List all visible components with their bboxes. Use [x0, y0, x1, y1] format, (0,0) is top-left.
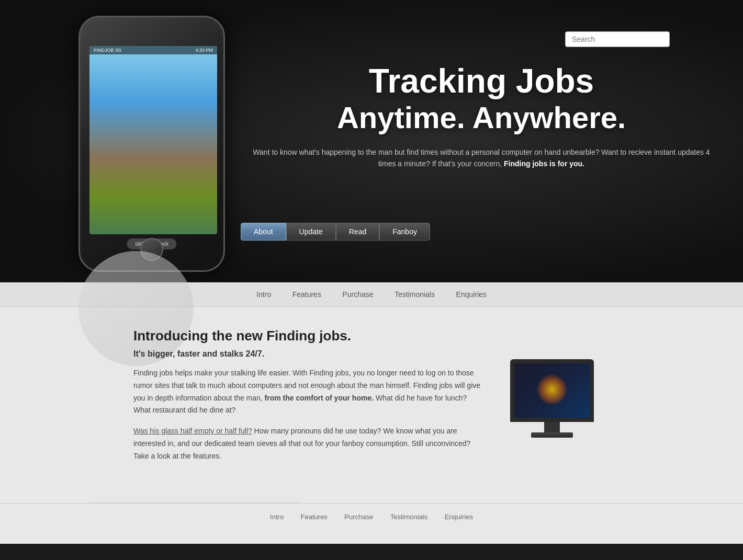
para1-bold: from the comfort of your home. — [265, 394, 374, 402]
nav-features[interactable]: Features — [292, 290, 321, 299]
tab-read[interactable]: Read — [336, 223, 379, 241]
intro-heading: Introducing the new Finding jobs. — [133, 328, 484, 344]
footer-features[interactable]: Features — [301, 513, 328, 521]
hero-subtitle: Want to know what's happening to the man… — [251, 146, 712, 170]
main-content: Intro Features Purchase Testimonials Enq… — [0, 282, 743, 544]
hero-tabs: About Update Read Fanboy — [241, 223, 430, 241]
hero-subtitle-text: Want to know what's happening to the man… — [253, 148, 710, 168]
monitor-base — [531, 432, 573, 438]
phone-status-bar: FINDJOB 3G 4:20 PM — [89, 46, 217, 54]
tab-update[interactable]: Update — [286, 223, 336, 241]
nav-testimonials[interactable]: Testimonials — [395, 290, 435, 299]
hero-title-line2: Anytime. Anywhere. — [251, 99, 712, 136]
paragraph-1: Finding jobs helps make your stalking li… — [133, 367, 484, 417]
phone-time: 4:20 PM — [195, 48, 213, 53]
hero-text-area: Tracking Jobs Anytime. Anywhere. Want to… — [251, 63, 712, 170]
tab-about[interactable]: About — [241, 223, 286, 241]
search-input[interactable] — [565, 31, 670, 47]
footer-enquiries[interactable]: Enquiries — [445, 513, 473, 521]
phone-screen: FINDJOB 3G 4:20 PM — [89, 46, 217, 234]
monitor-graphic — [505, 359, 599, 438]
monitor-stand — [544, 422, 560, 432]
hero-subtitle-bold: Finding jobs is for you. — [504, 159, 584, 168]
hero-section: FINDJOB 3G 4:20 PM slide to unlock Track… — [0, 0, 743, 282]
sub-heading: It's bigger, faster and stalks 24/7. — [133, 349, 484, 359]
content-text: Introducing the new Finding jobs. It's b… — [133, 328, 484, 471]
half-empty-link[interactable]: Was his glass half empty or half full? — [133, 427, 252, 435]
phone-image: FINDJOB 3G 4:20 PM slide to unlock — [52, 16, 272, 282]
nav-enquiries[interactable]: Enquiries — [456, 290, 486, 299]
tab-fanboy[interactable]: Fanboy — [379, 223, 430, 241]
hero-title-line1: Tracking Jobs — [251, 63, 712, 99]
footer-purchase[interactable]: Purchase — [344, 513, 373, 521]
monitor-screen — [510, 359, 594, 422]
footer-intro[interactable]: Intro — [270, 513, 284, 521]
nav-intro[interactable]: Intro — [256, 290, 271, 299]
footer-testimonials[interactable]: Testimonials — [390, 513, 428, 521]
paragraph-2: Was his glass half empty or half full? H… — [133, 425, 484, 462]
footer-nav: Intro Features Purchase Testimonials Enq… — [0, 503, 743, 530]
search-container — [565, 31, 670, 47]
monitor-image-container — [505, 328, 610, 471]
phone-carrier: FINDJOB 3G — [94, 48, 121, 53]
phone-body: FINDJOB 3G 4:20 PM slide to unlock — [78, 16, 225, 272]
nav-purchase[interactable]: Purchase — [342, 290, 373, 299]
content-wrapper: Introducing the new Finding jobs. It's b… — [123, 307, 620, 502]
